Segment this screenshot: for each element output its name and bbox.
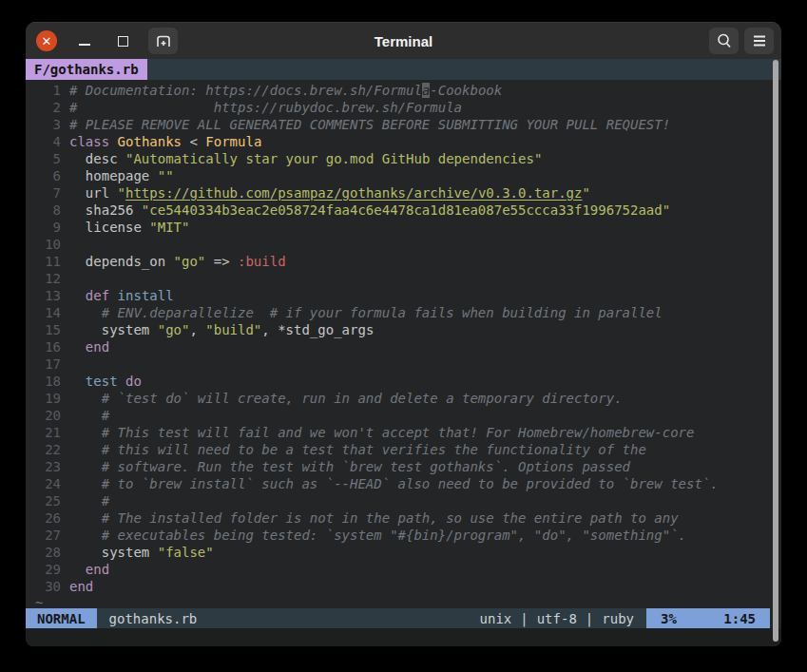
separator: | — [520, 611, 528, 626]
code-line: 21 # This test will fail and we won't ac… — [31, 424, 770, 441]
close-icon: ✕ — [42, 35, 52, 48]
code-text: end — [69, 339, 109, 355]
line-number: 29 — [31, 561, 69, 578]
tab-label: F/gothanks.rb — [34, 62, 139, 77]
code-line: 7 url "https://github.com/psampaz/gothan… — [31, 184, 770, 202]
maximize-button[interactable] — [113, 30, 132, 51]
code-text: test do — [69, 374, 142, 389]
code-line: 5 desc "Automatically star your go.mod G… — [31, 150, 770, 167]
code-line: 19 # `test do` will create, run in and d… — [31, 390, 770, 407]
close-button[interactable]: ✕ — [36, 30, 57, 51]
code-line: 1# Documentation: https://docs.brew.sh/F… — [31, 82, 770, 99]
vim-command-line[interactable] — [26, 628, 781, 646]
line-number: 9 — [31, 219, 69, 236]
line-number: 12 — [31, 270, 69, 287]
line-number: 10 — [31, 236, 69, 253]
line-number: 27 — [31, 527, 69, 544]
code-line: 8 sha256 "ce5440334b3eac2e058724faa4c6e4… — [31, 202, 770, 219]
line-number: 24 — [31, 475, 69, 492]
vim-statusline: NORMAL gothanks.rb unix | utf-8 | ruby 3… — [26, 608, 770, 628]
code-area[interactable]: 1# Documentation: https://docs.brew.sh/F… — [26, 80, 781, 608]
line-number: 16 — [31, 338, 69, 355]
line-number: 19 — [31, 390, 69, 407]
code-line: 25 # — [31, 492, 770, 509]
code-text: desc "Automatically star your go.mod Git… — [69, 151, 542, 166]
code-text: license "MIT" — [69, 220, 189, 235]
minimize-button[interactable] — [75, 30, 94, 51]
line-number: 17 — [31, 355, 69, 373]
code-line: 13 def install — [31, 287, 770, 304]
code-text: sha256 "ce5440334b3eac2e058724faa4c6e447… — [69, 202, 670, 218]
line-number: 18 — [31, 373, 69, 390]
line-number: 1 — [31, 82, 69, 99]
cursor-position: 1:45 — [723, 611, 756, 626]
window-title: Terminal — [26, 33, 781, 49]
code-text: system "false" — [69, 545, 214, 560]
filetype: ruby — [602, 611, 634, 626]
mode-indicator: NORMAL — [26, 608, 97, 628]
line-number: 30 — [31, 578, 69, 595]
encoding: utf-8 — [537, 611, 577, 626]
separator: | — [586, 611, 593, 626]
line-number: 25 — [31, 492, 69, 509]
search-icon — [716, 32, 733, 49]
menu-button[interactable] — [744, 28, 774, 54]
line-number: 20 — [31, 407, 69, 424]
line-number: 21 — [31, 424, 69, 441]
line-number: 23 — [31, 458, 69, 475]
code-text: class Gothanks < Formula — [69, 134, 261, 149]
new-tab-button[interactable] — [148, 28, 178, 54]
statusline-fileinfo: unix | utf-8 | ruby — [480, 608, 646, 628]
tab-gothanks-rb[interactable]: F/gothanks.rb — [26, 59, 147, 80]
code-line: 20 # — [31, 407, 770, 424]
code-line: 17 — [31, 355, 770, 373]
scrollbar[interactable] — [773, 60, 778, 642]
line-number: 3 — [31, 116, 69, 133]
search-button[interactable] — [709, 28, 739, 54]
line-number: 11 — [31, 253, 69, 270]
vim-tabline: F/gothanks.rb — [26, 59, 781, 80]
code-text: # executables being tested: `system "#{b… — [69, 528, 686, 543]
minimize-icon — [79, 44, 90, 46]
code-line: 2# https://rubydoc.brew.sh/Formula — [31, 99, 770, 116]
code-line: 15 system "go", "build", *std_go_args — [31, 321, 770, 338]
code-text: system "go", "build", *std_go_args — [69, 322, 374, 337]
code-line: 18 test do — [31, 373, 770, 390]
line-number: 26 — [31, 509, 69, 527]
line-number: 13 — [31, 287, 69, 304]
code-line: 26 # The installed folder is not in the … — [31, 509, 770, 527]
code-line: 16 end — [31, 338, 770, 355]
code-text: # this will need to be a test that verif… — [69, 442, 646, 457]
code-line: 30end — [31, 578, 770, 595]
titlebar: ✕ Terminal — [26, 22, 781, 59]
line-number: 4 — [31, 133, 69, 150]
line-number: 28 — [31, 544, 69, 561]
statusline-filename: gothanks.rb — [97, 608, 210, 628]
code-line: 24 # to `brew install` such as `--HEAD` … — [31, 475, 770, 492]
code-text: # — [69, 408, 109, 423]
code-line: 12 — [31, 270, 770, 287]
code-line: 14 # ENV.deparallelize # if your formula… — [31, 304, 770, 321]
code-text: def install — [69, 288, 174, 303]
code-text: # https://rubydoc.brew.sh/Formula — [69, 100, 462, 115]
fileformat: unix — [480, 611, 512, 626]
code-text: # ENV.deparallelize # if your formula fa… — [69, 305, 663, 320]
code-text: # to `brew install` such as `--HEAD` als… — [69, 476, 719, 491]
code-text: # software. Run the test with `brew test… — [69, 459, 630, 474]
code-text: end — [69, 579, 93, 594]
code-line: 22 # this will need to be a test that ve… — [31, 441, 770, 458]
code-line: 29 end — [31, 561, 770, 578]
code-text: # PLEASE REMOVE ALL GENERATED COMMENTS B… — [69, 117, 670, 132]
line-number: 15 — [31, 321, 69, 338]
line-number: 5 — [31, 150, 69, 167]
new-tab-icon — [154, 31, 173, 50]
code-text: depends_on "go" => :build — [69, 254, 286, 269]
code-line: 23 # software. Run the test with `brew t… — [31, 458, 770, 475]
code-line: 28 system "false" — [31, 544, 770, 561]
statusline-spacer — [209, 608, 479, 628]
terminal-window: ✕ Terminal — [26, 22, 781, 646]
code-text: # `test do` will create, run in and dele… — [69, 391, 623, 406]
code-line: 27 # executables being tested: `system "… — [31, 527, 770, 544]
code-line: 11 depends_on "go" => :build — [31, 253, 770, 270]
line-number: 8 — [31, 202, 69, 219]
